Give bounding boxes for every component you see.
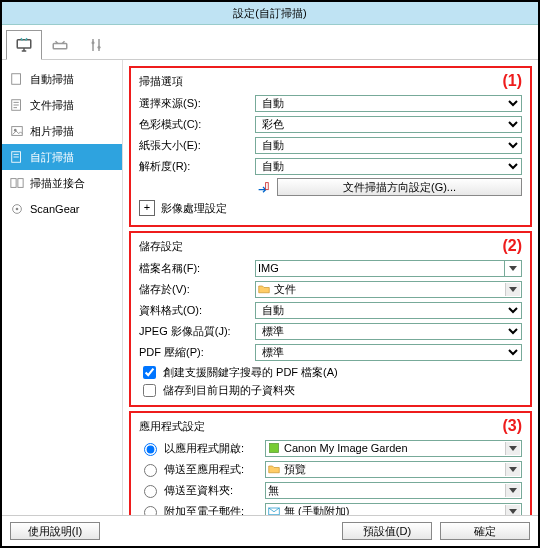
email-select[interactable]: 無 (手動附加) [265, 503, 522, 516]
scanner-icon [51, 36, 69, 54]
sidebar-item-auto[interactable]: 自動掃描 [2, 66, 122, 92]
section-save-settings: (2) 儲存設定 檔案名稱(F): 儲存於(V):文件 資料格式(O):自動 J… [129, 231, 532, 407]
chevron-down-icon [509, 287, 517, 292]
sidebar-item-custom[interactable]: 自訂掃描 [2, 144, 122, 170]
sidebar-item-photo[interactable]: 相片掃描 [2, 118, 122, 144]
filename-input[interactable] [255, 260, 505, 277]
svg-rect-4 [12, 74, 21, 85]
saveto-select[interactable]: 文件 [255, 281, 522, 298]
svg-rect-10 [18, 179, 23, 188]
radio-email[interactable] [144, 506, 157, 515]
color-select[interactable]: 彩色 [255, 116, 522, 133]
source-label: 選擇來源(S): [139, 96, 249, 111]
doc-auto-icon [10, 72, 24, 86]
svg-rect-1 [53, 43, 67, 48]
chevron-down-icon [509, 509, 517, 514]
sidebar-item-label: 文件掃描 [30, 98, 74, 113]
jpeg-label: JPEG 影像品質(J): [139, 324, 249, 339]
svg-rect-13 [266, 183, 269, 190]
sidebar-item-label: 掃描並接合 [30, 176, 85, 191]
svg-rect-14 [270, 444, 279, 453]
custom-icon [10, 150, 24, 164]
expand-imgproc-button[interactable]: + [139, 200, 155, 216]
orientation-button[interactable]: 文件掃描方向設定(G)... [277, 178, 522, 196]
stitch-icon [10, 176, 24, 190]
section-head: 儲存設定 [139, 239, 522, 254]
svg-point-2 [92, 41, 95, 44]
monitor-icon [15, 36, 33, 54]
open-app-select[interactable]: Canon My Image Garden [265, 440, 522, 457]
folder-icon [258, 283, 270, 295]
sidebar-item-stitch[interactable]: 掃描並接合 [2, 170, 122, 196]
window: 設定(自訂掃描) 自動掃描 文件掃描 相片掃描 自訂掃描 掃描並接合 ScanG… [0, 0, 540, 548]
settings-panels: (1) 掃描選項 選擇來源(S):自動 色彩模式(C):彩色 紙張大小(E):自… [123, 60, 538, 515]
send-folder-select[interactable]: 無 [265, 482, 522, 499]
help-button[interactable]: 使用說明(I) [10, 522, 100, 540]
paper-select[interactable]: 自動 [255, 137, 522, 154]
paper-label: 紙張大小(E): [139, 138, 249, 153]
sidebar-item-label: 相片掃描 [30, 124, 74, 139]
sidebar-item-document[interactable]: 文件掃描 [2, 92, 122, 118]
section-number-3: (3) [502, 417, 522, 435]
tab-settings[interactable] [78, 29, 114, 59]
resolution-select[interactable]: 自動 [255, 158, 522, 175]
sidebar-item-label: ScanGear [30, 203, 80, 215]
pdf-select[interactable]: 標準 [255, 344, 522, 361]
chevron-down-icon [509, 488, 517, 493]
color-label: 色彩模式(C): [139, 117, 249, 132]
chevron-down-icon[interactable] [509, 266, 517, 271]
orient-icon [256, 180, 270, 194]
scangear-icon [10, 202, 24, 216]
pdf-keyword-label: 創建支援關鍵字搜尋的 PDF 檔案(A) [163, 365, 338, 380]
radio-send-app[interactable] [144, 464, 157, 477]
folder-icon [268, 463, 280, 475]
section-scan-options: (1) 掃描選項 選擇來源(S):自動 色彩模式(C):彩色 紙張大小(E):自… [129, 66, 532, 227]
sidebar-item-label: 自動掃描 [30, 72, 74, 87]
section-head: 掃描選項 [139, 74, 522, 89]
ok-button[interactable]: 確定 [440, 522, 530, 540]
app-icon [268, 442, 280, 454]
window-title: 設定(自訂掃描) [233, 7, 306, 19]
radio-open-app[interactable] [144, 443, 157, 456]
date-subfolder-label: 儲存到目前日期的子資料夾 [163, 383, 295, 398]
filename-label: 檔案名稱(F): [139, 261, 249, 276]
footer: 使用說明(I) 預設值(D) 確定 [2, 515, 538, 546]
radio-send-folder[interactable] [144, 485, 157, 498]
tab-to-pc[interactable] [6, 30, 42, 60]
imgproc-label: 影像處理設定 [161, 201, 227, 216]
section-number-2: (2) [502, 237, 522, 255]
photo-icon [10, 124, 24, 138]
svg-rect-0 [17, 40, 31, 48]
section-app-settings: (3) 應用程式設定 以應用程式開啟:Canon My Image Garden… [129, 411, 532, 515]
format-label: 資料格式(O): [139, 303, 249, 318]
top-iconbar [2, 25, 538, 60]
pdf-label: PDF 壓縮(P): [139, 345, 249, 360]
source-select[interactable]: 自動 [255, 95, 522, 112]
doc-icon [10, 98, 24, 112]
titlebar: 設定(自訂掃描) [2, 2, 538, 25]
section-head: 應用程式設定 [139, 419, 522, 434]
pdf-keyword-checkbox[interactable] [143, 366, 156, 379]
svg-point-3 [98, 45, 101, 48]
svg-rect-9 [11, 179, 16, 188]
chevron-down-icon [509, 446, 517, 451]
send-app-select[interactable]: 預覽 [265, 461, 522, 478]
section-number-1: (1) [502, 72, 522, 90]
date-subfolder-checkbox[interactable] [143, 384, 156, 397]
defaults-button[interactable]: 預設值(D) [342, 522, 432, 540]
sidebar-item-label: 自訂掃描 [30, 150, 74, 165]
chevron-down-icon [509, 467, 517, 472]
sidebar: 自動掃描 文件掃描 相片掃描 自訂掃描 掃描並接合 ScanGear [2, 60, 123, 515]
sidebar-item-scangear[interactable]: ScanGear [2, 196, 122, 222]
saveto-label: 儲存於(V): [139, 282, 249, 297]
svg-point-12 [16, 208, 19, 211]
mail-icon [268, 505, 280, 515]
tab-from-scanner[interactable] [42, 29, 78, 59]
format-select[interactable]: 自動 [255, 302, 522, 319]
jpeg-select[interactable]: 標準 [255, 323, 522, 340]
resolution-label: 解析度(R): [139, 159, 249, 174]
tools-icon [87, 36, 105, 54]
